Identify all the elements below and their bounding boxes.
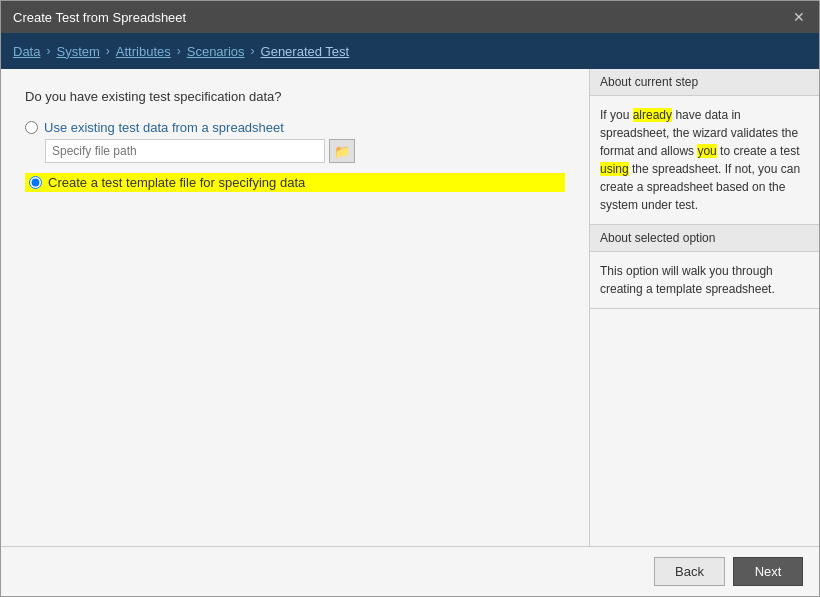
folder-icon: 📁 — [334, 144, 350, 159]
highlight-already: already — [633, 108, 672, 122]
option1-label[interactable]: Use existing test data from a spreadshee… — [44, 120, 284, 135]
breadcrumb-generated-test[interactable]: Generated Test — [261, 44, 350, 59]
breadcrumb-scenarios[interactable]: Scenarios — [187, 44, 245, 59]
about-option-section: About selected option This option will w… — [590, 225, 819, 309]
breadcrumb-sep-2: › — [106, 44, 110, 58]
breadcrumb-system[interactable]: System — [56, 44, 99, 59]
option1-radio[interactable] — [25, 121, 38, 134]
next-button[interactable]: Next — [733, 557, 803, 586]
option2-label[interactable]: Create a test template file for specifyi… — [48, 175, 305, 190]
about-step-section: About current step If you already have d… — [590, 69, 819, 225]
about-step-body: If you already have data in spreadsheet,… — [590, 96, 819, 224]
dialog: Create Test from Spreadsheet ✕ Data › Sy… — [0, 0, 820, 597]
footer: Back Next — [1, 546, 819, 596]
option1-container: Use existing test data from a spreadshee… — [25, 120, 565, 163]
dialog-title: Create Test from Spreadsheet — [13, 10, 186, 25]
back-button[interactable]: Back — [654, 557, 725, 586]
highlight-you: you — [697, 144, 716, 158]
breadcrumb-sep-1: › — [46, 44, 50, 58]
breadcrumb: Data › System › Attributes › Scenarios ›… — [1, 33, 819, 69]
browse-button[interactable]: 📁 — [329, 139, 355, 163]
option1-row: Use existing test data from a spreadshee… — [25, 120, 565, 135]
about-step-header: About current step — [590, 69, 819, 96]
file-input-row: 📁 — [45, 139, 565, 163]
file-path-input[interactable] — [45, 139, 325, 163]
about-option-body: This option will walk you through creati… — [590, 252, 819, 308]
breadcrumb-sep-3: › — [177, 44, 181, 58]
option2-container: Create a test template file for specifyi… — [25, 173, 565, 192]
breadcrumb-data[interactable]: Data — [13, 44, 40, 59]
breadcrumb-attributes[interactable]: Attributes — [116, 44, 171, 59]
title-bar: Create Test from Spreadsheet ✕ — [1, 1, 819, 33]
side-panel: About current step If you already have d… — [589, 69, 819, 546]
option2-radio[interactable] — [29, 176, 42, 189]
main-panel: Do you have existing test specification … — [1, 69, 589, 546]
content-area: Do you have existing test specification … — [1, 69, 819, 546]
radio-group: Use existing test data from a spreadshee… — [25, 120, 565, 192]
question-label: Do you have existing test specification … — [25, 89, 565, 104]
close-button[interactable]: ✕ — [791, 10, 807, 24]
about-option-header: About selected option — [590, 225, 819, 252]
breadcrumb-sep-4: › — [251, 44, 255, 58]
highlight-using: using — [600, 162, 629, 176]
